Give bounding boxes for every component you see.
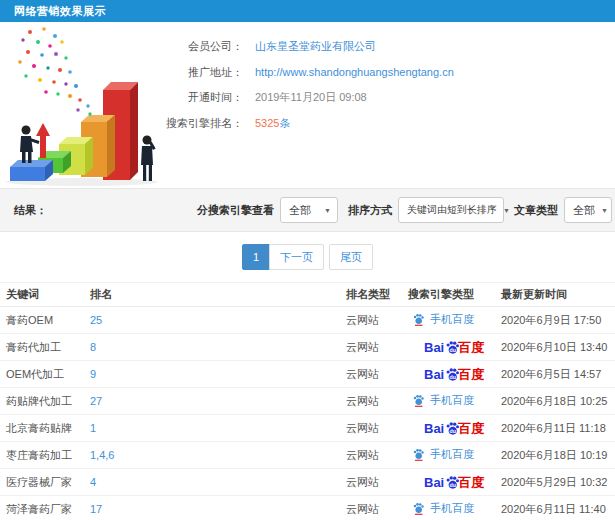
mobile-baidu-label: 手机百度	[430, 447, 474, 462]
info-label: 推广地址：	[120, 65, 243, 80]
table-body: 膏药OEM 25 云网站 手机百度 2020年6月9日 17:50 膏药代加工 …	[0, 307, 615, 520]
table-row: 药贴牌代加工 27 云网站 手机百度 2020年6月18日 10:25	[0, 388, 615, 415]
info-rows: 会员公司： 山东皇圣堂药业有限公司 推广地址： http://www.shand…	[120, 34, 454, 136]
info-value-highlight: 5325条	[255, 117, 290, 129]
info-row: 推广地址： http://www.shandonghuangshengtang.…	[120, 60, 454, 86]
table-row: 枣庄膏药加工 1,4,6 云网站 手机百度 2020年6月18日 10:19	[0, 442, 615, 469]
sort-filter-label: 排序方式	[348, 203, 392, 218]
chevron-down-icon: ▼	[601, 207, 608, 214]
mobile-baidu-logo: 手机百度	[412, 501, 474, 516]
article-type-select-value: 全部	[573, 203, 595, 218]
filter-bar: 结果： 分搜索引擎查看 全部 ▼ 排序方式 关键词由短到长排序 ▼ 文章类型 全…	[0, 188, 615, 232]
baidu-logo-cn-text: 百度	[458, 476, 484, 490]
info-row: 搜索引擎排名： 5325条	[120, 111, 454, 137]
baidu-logo-cn-text: 百度	[458, 422, 484, 436]
baidu-logo-bai-text: Bai	[424, 341, 444, 355]
svg-text:du: du	[450, 373, 456, 379]
info-panel: 会员公司： 山东皇圣堂药业有限公司 推广地址： http://www.shand…	[0, 22, 615, 188]
engine-type-cell: Bai du 百度	[402, 415, 495, 442]
ranking-count: 5325	[255, 117, 279, 129]
keyword-cell: 医疗器械厂家	[0, 469, 84, 496]
mobile-baidu-paw-icon	[412, 502, 425, 515]
baidu-logo: Bai du 百度	[424, 475, 484, 490]
updated-time-cell: 2020年6月11日 11:40	[495, 496, 615, 520]
baidu-logo-bai-text: Bai	[424, 368, 444, 382]
table-header-row: 关键词 排名 排名类型 搜索引擎类型 最新更新时间	[0, 283, 615, 307]
page: 网络营销效果展示	[0, 0, 615, 520]
engine-type-cell: Bai du 百度	[402, 361, 495, 388]
rank-type-cell: 云网站	[340, 334, 402, 361]
pagination: 1 下一页 尾页	[0, 232, 615, 282]
updated-time-cell: 2020年6月11日 11:18	[495, 415, 615, 442]
rank-cell[interactable]: 1,4,6	[84, 442, 340, 469]
article-type-select[interactable]: 全部 ▼	[564, 197, 612, 223]
table-row: 膏药OEM 25 云网站 手机百度 2020年6月9日 17:50	[0, 307, 615, 334]
updated-time-cell: 2020年6月5日 14:57	[495, 361, 615, 388]
keyword-cell: 膏药代加工	[0, 334, 84, 361]
rank-type-cell: 云网站	[340, 361, 402, 388]
ranking-table: 关键词 排名 排名类型 搜索引擎类型 最新更新时间 膏药OEM 25 云网站	[0, 282, 615, 520]
rank-cell[interactable]: 17	[84, 496, 340, 520]
info-label: 会员公司：	[120, 39, 243, 54]
rank-cell[interactable]: 9	[84, 361, 340, 388]
baidu-logo-bai-text: Bai	[424, 422, 444, 436]
svg-text:du: du	[450, 427, 456, 433]
baidu-logo-cn-text: 百度	[458, 368, 484, 382]
engine-select[interactable]: 全部 ▼	[280, 197, 338, 223]
rank-type-cell: 云网站	[340, 388, 402, 415]
info-label: 搜索引擎排名：	[120, 116, 243, 131]
baidu-logo: Bai du 百度	[424, 340, 484, 355]
confetti-dots	[18, 27, 92, 116]
col-header-rank: 排名	[84, 283, 340, 307]
keyword-cell: 药贴牌代加工	[0, 388, 84, 415]
svg-text:du: du	[450, 346, 456, 352]
info-value-link[interactable]: http://www.shandonghuangshengtang.cn	[255, 66, 454, 78]
bar-blue	[10, 160, 53, 181]
updated-time-cell: 2020年6月18日 10:19	[495, 442, 615, 469]
updated-time-cell: 2020年6月9日 17:50	[495, 307, 615, 334]
sort-select-value: 关键词由短到长排序	[407, 203, 497, 217]
pagination-next-button[interactable]: 下一页	[269, 244, 324, 270]
info-label: 开通时间：	[120, 90, 243, 105]
mobile-baidu-logo: 手机百度	[412, 447, 474, 462]
engine-type-cell: 手机百度	[402, 496, 495, 520]
page-title: 网络营销效果展示	[14, 4, 106, 19]
chevron-down-icon: ▼	[503, 207, 510, 214]
table-row: 医疗器械厂家 4 云网站 Bai du 百度 2020年5月29日 10:32	[0, 469, 615, 496]
engine-type-cell: 手机百度	[402, 388, 495, 415]
col-header-rank-type: 排名类型	[340, 283, 402, 307]
sort-select[interactable]: 关键词由短到长排序 ▼	[398, 197, 504, 223]
info-row: 会员公司： 山东皇圣堂药业有限公司	[120, 34, 454, 60]
rank-cell[interactable]: 4	[84, 469, 340, 496]
table-row: OEM代加工 9 云网站 Bai du 百度 2020年6月5日 14:57	[0, 361, 615, 388]
pagination-last-button[interactable]: 尾页	[329, 244, 373, 270]
mobile-baidu-logo: 手机百度	[412, 312, 474, 327]
engine-filter-label: 分搜索引擎查看	[197, 203, 274, 218]
rank-type-cell: 云网站	[340, 307, 402, 334]
rank-cell[interactable]: 8	[84, 334, 340, 361]
rank-cell[interactable]: 1	[84, 415, 340, 442]
engine-select-value: 全部	[289, 203, 311, 218]
mobile-baidu-paw-icon	[412, 448, 425, 461]
article-type-label: 文章类型	[514, 203, 558, 218]
keyword-cell: 枣庄膏药加工	[0, 442, 84, 469]
mobile-baidu-paw-icon	[412, 313, 425, 326]
pagination-page-1[interactable]: 1	[242, 244, 270, 270]
col-header-engine-type: 搜索引擎类型	[402, 283, 495, 307]
keyword-cell: 菏泽膏药厂家	[0, 496, 84, 520]
rank-cell[interactable]: 25	[84, 307, 340, 334]
col-header-updated: 最新更新时间	[495, 283, 615, 307]
title-bar: 网络营销效果展示	[0, 0, 615, 22]
info-value-link[interactable]: 山东皇圣堂药业有限公司	[255, 40, 376, 52]
rank-type-cell: 云网站	[340, 469, 402, 496]
keyword-cell: 膏药OEM	[0, 307, 84, 334]
updated-time-cell: 2020年6月10日 13:40	[495, 334, 615, 361]
rank-cell[interactable]: 27	[84, 388, 340, 415]
info-value-text: 2019年11月20日 09:08	[255, 91, 367, 103]
keyword-cell: 北京膏药贴牌	[0, 415, 84, 442]
baidu-logo: Bai du 百度	[424, 421, 484, 436]
svg-text:du: du	[450, 481, 456, 487]
baidu-logo-bai-text: Bai	[424, 476, 444, 490]
filter-controls: 分搜索引擎查看 全部 ▼ 排序方式 关键词由短到长排序 ▼ 文章类型 全部 ▼ …	[197, 197, 615, 223]
table-row: 北京膏药贴牌 1 云网站 Bai du 百度 2020年6月11日 11:18	[0, 415, 615, 442]
